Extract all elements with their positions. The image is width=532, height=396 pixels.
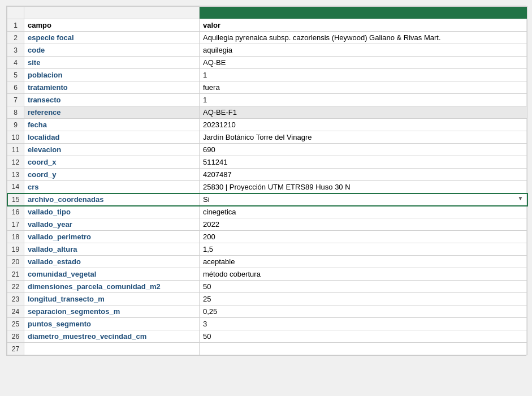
cell-value[interactable]: valor xyxy=(200,19,527,32)
table-row: 13coord_y4207487 xyxy=(7,169,527,181)
row-number: 2 xyxy=(7,32,24,44)
data-table: 1campovalor2especie focalAquilegia pyren… xyxy=(7,6,528,355)
cell-value[interactable]: Jardín Botánico Torre del Vinagre xyxy=(200,131,527,144)
cell-field[interactable]: comunidad_vegetal xyxy=(24,268,200,281)
table-row: 20vallado_estadoaceptable xyxy=(7,256,527,268)
cell-value[interactable]: 50 xyxy=(200,330,527,343)
table-row: 22dimensiones_parcela_comunidad_m250 xyxy=(7,281,527,293)
row-number: 20 xyxy=(7,256,24,268)
cell-value[interactable]: 25830 | Proyección UTM ETRS89 Huso 30 N xyxy=(200,181,527,193)
row-number: 11 xyxy=(7,144,24,156)
table-row: 9fecha20231210 xyxy=(7,119,527,131)
cell-field[interactable]: puntos_segmento xyxy=(24,318,200,330)
cell-field[interactable]: crs xyxy=(24,181,200,193)
table-row: 27 xyxy=(7,343,527,355)
table-row: 6tratamientofuera xyxy=(7,81,527,94)
cell-value[interactable]: cinegetica xyxy=(200,206,527,218)
cell-field[interactable]: vallado_tipo xyxy=(24,206,200,218)
cell-value[interactable]: fuera xyxy=(200,81,527,94)
col-a-header[interactable] xyxy=(24,7,200,19)
table-row: 24separacion_segmentos_m0,25 xyxy=(7,305,527,318)
table-row: 12coord_x511241 xyxy=(7,156,527,169)
cell-field[interactable]: longitud_transecto_m xyxy=(24,293,200,305)
row-number: 15 xyxy=(7,193,24,206)
table-row: 10localidadJardín Botánico Torre del Vin… xyxy=(7,131,527,144)
cell-value[interactable]: Si▼ xyxy=(200,193,527,206)
column-header-row xyxy=(7,7,527,19)
cell-field[interactable]: separacion_segmentos_m xyxy=(24,305,200,318)
cell-field[interactable]: fecha xyxy=(24,119,200,131)
cell-value[interactable]: AQ-BE xyxy=(200,57,527,69)
table-row: 8referenceAQ-BE-F1 xyxy=(7,106,527,119)
cell-value[interactable]: 511241 xyxy=(200,156,527,169)
cell-value[interactable]: 50 xyxy=(200,281,527,293)
row-number: 10 xyxy=(7,131,24,144)
cell-field[interactable]: reference xyxy=(24,106,200,119)
cell-value[interactable]: 2022 xyxy=(200,218,527,231)
spreadsheet: 1campovalor2especie focalAquilegia pyren… xyxy=(6,6,526,356)
cell-value[interactable]: 20231210 xyxy=(200,119,527,131)
table-row: 5poblacion1 xyxy=(7,69,527,81)
cell-field[interactable]: code xyxy=(24,44,200,57)
row-number: 24 xyxy=(7,305,24,318)
table-row: 2especie focalAquilegia pyrenaica subsp.… xyxy=(7,32,527,44)
cell-field[interactable]: dimensiones_parcela_comunidad_m2 xyxy=(24,281,200,293)
cell-value[interactable] xyxy=(200,343,527,355)
cell-field[interactable]: tratamiento xyxy=(24,81,200,94)
row-number: 22 xyxy=(7,281,24,293)
row-number: 8 xyxy=(7,106,24,119)
cell-value[interactable]: aceptable xyxy=(200,256,527,268)
row-number: 27 xyxy=(7,343,24,355)
row-number: 6 xyxy=(7,81,24,94)
cell-value[interactable]: 3 xyxy=(200,318,527,330)
table-row: 19vallado_altura1,5 xyxy=(7,243,527,256)
cell-field[interactable]: vallado_estado xyxy=(24,256,200,268)
cell-field[interactable] xyxy=(24,343,200,355)
table-row: 26diametro_muestreo_vecindad_cm50 xyxy=(7,330,527,343)
cell-value[interactable]: 25 xyxy=(200,293,527,305)
cell-field[interactable]: especie focal xyxy=(24,32,200,44)
corner-header xyxy=(7,7,24,19)
cell-field[interactable]: poblacion xyxy=(24,69,200,81)
cell-value[interactable]: método cobertura xyxy=(200,268,527,281)
table-row: 1campovalor xyxy=(7,19,527,32)
table-row: 18vallado_perimetro200 xyxy=(7,231,527,243)
cell-value[interactable]: 1 xyxy=(200,94,527,106)
cell-field[interactable]: vallado_altura xyxy=(24,243,200,256)
cell-value[interactable]: Aquilegia pyrenaica subsp. cazorlensis (… xyxy=(200,32,527,44)
cell-field[interactable]: archivo_coordenadas xyxy=(24,193,200,206)
cell-field[interactable]: campo xyxy=(24,19,200,32)
cell-field[interactable]: vallado_perimetro xyxy=(24,231,200,243)
cell-value[interactable]: 1,5 xyxy=(200,243,527,256)
row-number: 19 xyxy=(7,243,24,256)
cell-value[interactable]: AQ-BE-F1 xyxy=(200,106,527,119)
cell-value[interactable]: aquilegia xyxy=(200,44,527,57)
cell-field[interactable]: vallado_year xyxy=(24,218,200,231)
table-row: 23longitud_transecto_m25 xyxy=(7,293,527,305)
table-row: 11elevacion690 xyxy=(7,144,527,156)
row-number: 4 xyxy=(7,57,24,69)
cell-field[interactable]: localidad xyxy=(24,131,200,144)
col-b-header[interactable] xyxy=(200,7,527,19)
table-row: 3codeaquilegia xyxy=(7,44,527,57)
row-number: 3 xyxy=(7,44,24,57)
cell-field[interactable]: transecto xyxy=(24,94,200,106)
cell-field[interactable]: site xyxy=(24,57,200,69)
cell-value[interactable]: 690 xyxy=(200,144,527,156)
dropdown-icon[interactable]: ▼ xyxy=(518,195,524,201)
row-number: 17 xyxy=(7,218,24,231)
cell-field[interactable]: diametro_muestreo_vecindad_cm xyxy=(24,330,200,343)
row-number: 13 xyxy=(7,169,24,181)
table-row: 15archivo_coordenadasSi▼ xyxy=(7,193,527,206)
table-row: 4siteAQ-BE xyxy=(7,57,527,69)
row-number: 14 xyxy=(7,181,24,193)
cell-field[interactable]: coord_y xyxy=(24,169,200,181)
cell-value[interactable]: 200 xyxy=(200,231,527,243)
cell-value[interactable]: 1 xyxy=(200,69,527,81)
cell-field[interactable]: elevacion xyxy=(24,144,200,156)
cell-value[interactable]: 4207487 xyxy=(200,169,527,181)
cell-field[interactable]: coord_x xyxy=(24,156,200,169)
table-row: 17vallado_year2022 xyxy=(7,218,527,231)
row-number: 26 xyxy=(7,330,24,343)
cell-value[interactable]: 0,25 xyxy=(200,305,527,318)
